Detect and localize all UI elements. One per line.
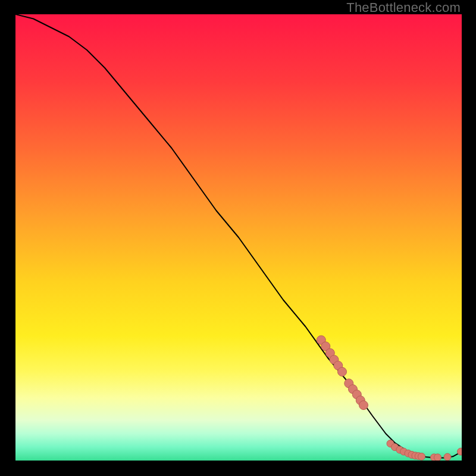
- points-layer: [15, 14, 462, 461]
- data-point: [458, 448, 462, 455]
- data-point: [359, 401, 368, 410]
- frame-right: [462, 0, 476, 476]
- data-point: [418, 453, 425, 460]
- data-points: [317, 336, 462, 461]
- chart-stage: TheBottleneck.com: [0, 0, 476, 476]
- data-point: [444, 453, 451, 461]
- frame-bottom: [0, 461, 476, 476]
- data-point: [338, 367, 347, 376]
- data-point: [434, 454, 441, 461]
- frame-left: [0, 0, 15, 476]
- watermark-label: TheBottleneck.com: [346, 0, 461, 15]
